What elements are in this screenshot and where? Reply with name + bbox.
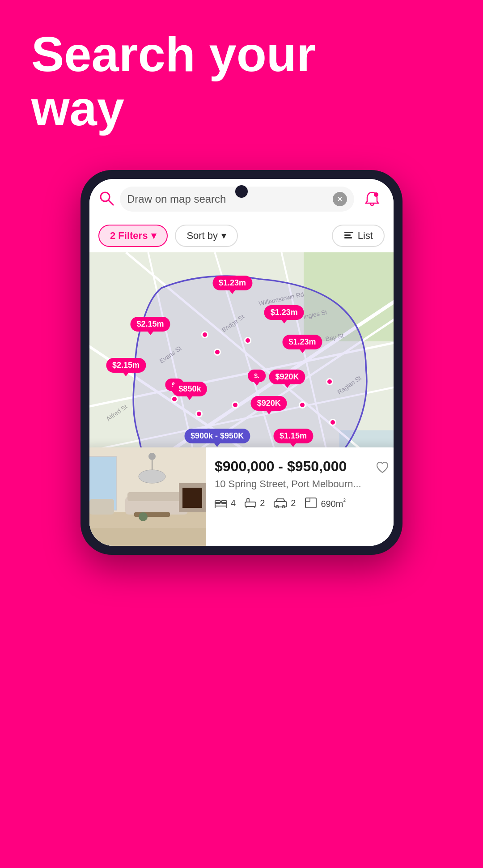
map-dot <box>244 337 251 344</box>
bath-icon <box>245 498 256 508</box>
map-dot <box>195 410 203 417</box>
car-count: 2 <box>274 498 296 508</box>
svg-point-38 <box>139 512 148 521</box>
list-button[interactable]: List <box>332 225 385 247</box>
svg-line-49 <box>254 506 255 508</box>
price-pin[interactable]: $. <box>248 370 266 382</box>
search-icon <box>98 190 114 208</box>
price-pin[interactable]: $2.15m <box>106 358 146 373</box>
property-price: $900,000 - $950,000 <box>215 458 394 475</box>
svg-rect-5 <box>344 237 352 238</box>
bed-count: 4 <box>215 498 236 508</box>
map-dot <box>232 401 239 408</box>
map-dot <box>201 331 208 338</box>
svg-point-31 <box>148 453 156 460</box>
price-pin[interactable]: $850k <box>172 382 207 396</box>
svg-rect-40 <box>182 488 202 508</box>
hero-title: Search your way <box>31 27 452 135</box>
clear-button[interactable]: × <box>333 192 347 206</box>
svg-rect-36 <box>89 499 114 515</box>
sort-button[interactable]: Sort by ▾ <box>175 225 238 247</box>
svg-rect-47 <box>245 502 256 506</box>
price-pin[interactable]: $920K <box>269 370 305 384</box>
phone-screen: Draw on map search × 2 Filters ▾ <box>89 179 394 546</box>
phone-notch <box>235 185 248 198</box>
svg-rect-3 <box>344 232 353 233</box>
area-size: 690m² <box>305 497 345 509</box>
map-area[interactable]: Alfred St Evans St Bridge St Farrell St … <box>89 252 394 546</box>
property-image <box>89 447 206 546</box>
property-card[interactable]: $900,000 - $950,000 10 Spring Street, Po… <box>89 447 394 546</box>
bath-count: 2 <box>245 498 265 508</box>
list-icon <box>343 230 354 241</box>
hero-section: Search your way <box>31 27 452 135</box>
filter-bar: 2 Filters ▾ Sort by ▾ List <box>89 219 394 252</box>
car-icon <box>274 498 287 508</box>
map-dot <box>329 419 336 426</box>
svg-rect-35 <box>127 492 186 501</box>
price-pin-cluster[interactable]: $900k - $950K <box>184 429 250 443</box>
price-pin[interactable]: $920K <box>251 396 287 411</box>
map-dot <box>326 378 333 385</box>
price-pin[interactable]: $2.15m <box>130 317 170 332</box>
filter-button[interactable]: 2 Filters ▾ <box>98 225 168 247</box>
svg-point-33 <box>139 470 165 483</box>
price-pin[interactable]: $1.23m <box>212 276 252 290</box>
area-icon <box>305 497 317 509</box>
svg-line-1 <box>109 200 113 205</box>
map-dot <box>171 396 178 403</box>
price-pin[interactable]: $1.23m <box>264 305 304 320</box>
phone-frame: Draw on map search × 2 Filters ▾ <box>80 170 402 555</box>
svg-line-48 <box>246 506 246 508</box>
property-info: $900,000 - $950,000 10 Spring Street, Po… <box>206 447 394 546</box>
property-features: 4 2 <box>215 497 394 509</box>
heart-button[interactable] <box>371 456 394 479</box>
svg-point-2 <box>374 192 378 197</box>
phone-mockup: Draw on map search × 2 Filters ▾ <box>80 170 402 555</box>
svg-rect-53 <box>305 498 316 508</box>
price-pin[interactable]: $1.15m <box>273 429 313 443</box>
price-pin[interactable]: $1.23m <box>282 335 322 349</box>
bell-icon[interactable] <box>360 187 385 212</box>
map-dot <box>299 401 306 408</box>
bed-icon <box>215 498 227 508</box>
svg-rect-4 <box>344 234 351 236</box>
bottom-background <box>0 814 483 868</box>
svg-rect-41 <box>89 528 206 546</box>
property-address: 10 Spring Street, Port Melbourn... <box>215 478 394 490</box>
map-dot <box>214 349 221 356</box>
